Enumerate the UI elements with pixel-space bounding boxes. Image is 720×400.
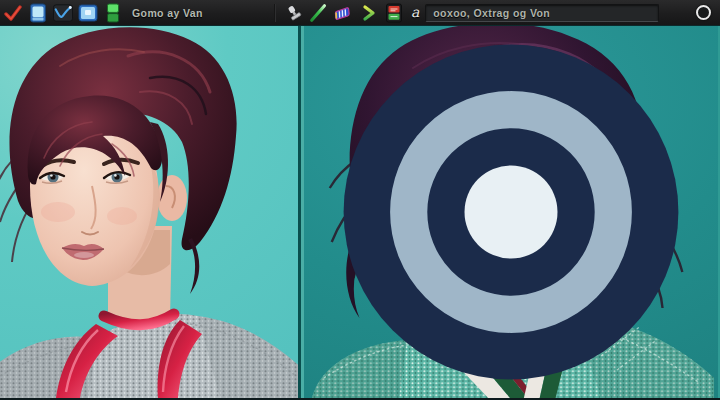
canvas-area — [0, 26, 720, 398]
checkmark-icon[interactable] — [3, 3, 23, 23]
image-editor-window: Gomo ay Van — [0, 0, 720, 400]
image-thumbnail-icon[interactable] — [28, 3, 48, 23]
toolbar-separator — [274, 4, 276, 22]
canvas-left[interactable] — [0, 26, 298, 398]
toolbar-right-group — [696, 5, 714, 20]
app-title-label[interactable]: Gomo ay Van — [132, 7, 203, 19]
pencil-stroke-icon[interactable] — [309, 3, 329, 23]
color-swatch-icon[interactable] — [384, 3, 404, 23]
image-thumbnail-icon-2[interactable] — [78, 3, 98, 23]
toolbar-input-value: ooxoo, Oxtrag og Von — [433, 7, 550, 19]
text-tool-glyph[interactable]: a — [411, 4, 419, 20]
eraser-icon[interactable] — [334, 3, 354, 23]
curve-tool-icon[interactable] — [53, 3, 73, 23]
canvas-right[interactable] — [301, 26, 720, 398]
left-portrait-image — [0, 26, 298, 398]
ring-icon[interactable] — [696, 5, 711, 20]
target-dot-icon[interactable] — [304, 26, 718, 398]
toolbar: Gomo ay Van — [0, 0, 720, 26]
stamp-icon[interactable] — [284, 3, 304, 23]
toolbar-input[interactable]: ooxoo, Oxtrag og Von — [425, 4, 659, 22]
chevron-right-icon[interactable] — [359, 3, 379, 23]
layers-icon[interactable] — [103, 3, 123, 23]
